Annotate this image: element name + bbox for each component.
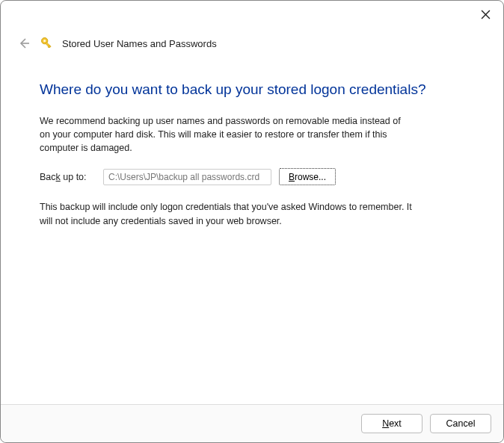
note-paragraph: This backup will include only logon cred… bbox=[40, 200, 414, 227]
backup-path-input[interactable] bbox=[103, 169, 271, 185]
titlebar bbox=[1, 1, 503, 26]
svg-point-3 bbox=[43, 40, 46, 42]
browse-button[interactable]: Browse... bbox=[279, 168, 336, 185]
next-button[interactable]: Next bbox=[361, 414, 422, 433]
back-button[interactable] bbox=[16, 35, 32, 52]
footer: Next Cancel bbox=[1, 404, 503, 442]
wizard-window: Stored User Names and Passwords Where do… bbox=[0, 0, 504, 443]
content-area: Where do you want to back up your stored… bbox=[1, 61, 503, 404]
intro-paragraph: We recommend backing up user names and p… bbox=[40, 114, 414, 155]
close-icon bbox=[481, 10, 491, 19]
header-title: Stored User Names and Passwords bbox=[62, 38, 217, 49]
cancel-button[interactable]: Cancel bbox=[430, 414, 491, 433]
backup-path-row: Back up to: Browse... bbox=[40, 168, 464, 185]
back-arrow-icon bbox=[18, 37, 30, 49]
close-button[interactable] bbox=[473, 4, 497, 25]
page-heading: Where do you want to back up your stored… bbox=[40, 81, 464, 98]
key-icon bbox=[40, 36, 55, 51]
backup-label: Back up to: bbox=[40, 172, 96, 182]
header: Stored User Names and Passwords bbox=[1, 26, 503, 61]
